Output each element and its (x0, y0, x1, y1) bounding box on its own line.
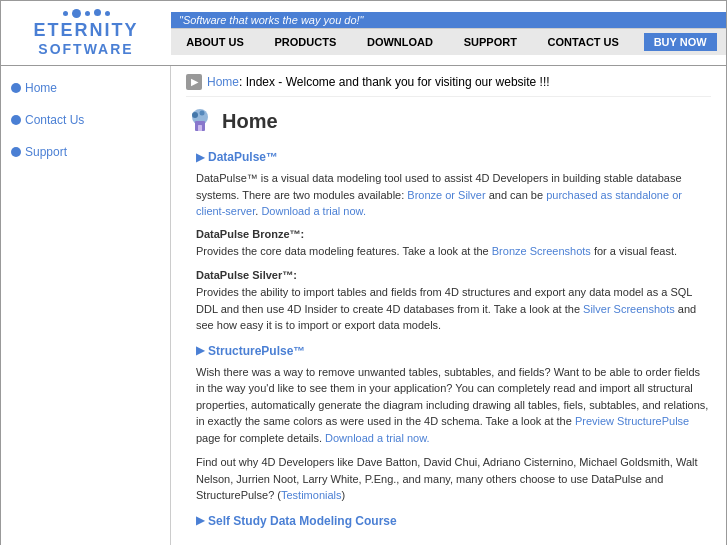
svg-point-1 (192, 112, 198, 118)
nav-contact-us[interactable]: CONTACT US (542, 34, 625, 50)
nav-about-us[interactable]: ABOUT US (180, 34, 249, 50)
datapulse-silver-section: DataPulse Silver™: Provides the ability … (196, 269, 711, 334)
breadcrumb-home-link[interactable]: Home (207, 75, 239, 89)
testimonials-link[interactable]: Testimonials (281, 489, 342, 501)
datapulse-bronze-body: Provides the core data modeling features… (196, 243, 711, 260)
nav-bar: ABOUT US PRODUCTS DOWNLOAD SUPPORT CONTA… (171, 28, 726, 55)
page-header: Home (186, 107, 711, 135)
silver-screenshots-link[interactable]: Silver Screenshots (583, 303, 675, 315)
datapulse-silver-body: Provides the ability to import tables an… (196, 284, 711, 334)
content-area: ▶ Home: Index - Welcome and thank you fo… (171, 66, 726, 545)
dot (94, 9, 101, 16)
nav-buy-now[interactable]: BUY NOW (644, 33, 717, 51)
preview-structurepulse-link[interactable]: Preview StructurePulse (575, 415, 689, 427)
self-study-section: ▶ Self Study Data Modeling Course (196, 514, 711, 528)
bullet-icon (11, 147, 21, 157)
arrow-icon: ▶ (196, 344, 204, 357)
dot (63, 11, 68, 16)
breadcrumb: ▶ Home: Index - Welcome and thank you fo… (186, 74, 711, 97)
datapulse-body: DataPulse™ is a visual data modeling too… (196, 170, 711, 220)
arrow-icon: ▶ (196, 514, 204, 527)
structurepulse-section: ▶ StructurePulse™ Wish there was a way t… (196, 344, 711, 504)
sidebar: Home Contact Us Support (1, 66, 171, 545)
nav-area: "Software that works the way you do!" AB… (171, 12, 726, 55)
dot (85, 11, 90, 16)
page-title: Home (222, 110, 278, 133)
bronze-silver-link[interactable]: Bronze or Silver (407, 189, 485, 201)
datapulse-silver-title: DataPulse Silver™: (196, 269, 711, 281)
structurepulse-title: ▶ StructurePulse™ (196, 344, 711, 358)
datapulse-bronze-title: DataPulse Bronze™: (196, 228, 711, 240)
sidebar-contact-label: Contact Us (25, 113, 84, 127)
nav-download[interactable]: DOWNLOAD (361, 34, 439, 50)
bullet-icon (11, 83, 21, 93)
main-layout: Home Contact Us Support ▶ Home: Index - … (0, 66, 727, 545)
sidebar-support-label: Support (25, 145, 67, 159)
arrow-icon: ▶ (196, 151, 204, 164)
nav-support[interactable]: SUPPORT (458, 34, 523, 50)
sidebar-item-home[interactable]: Home (11, 81, 160, 95)
breadcrumb-icon: ▶ (186, 74, 202, 90)
download-trial-link-2[interactable]: Download a trial now. (325, 432, 430, 444)
sidebar-item-contact[interactable]: Contact Us (11, 113, 160, 127)
bullet-icon (11, 115, 21, 125)
sidebar-item-support[interactable]: Support (11, 145, 160, 159)
logo-dots (63, 9, 110, 18)
dot (105, 11, 110, 16)
logo-title: ETERNITY (33, 20, 138, 41)
logo-subtitle: SOFTWARE (38, 41, 133, 57)
logo-area: ETERNITY SOFTWARE (1, 1, 171, 65)
download-trial-link-1[interactable]: Download a trial now. (261, 205, 366, 217)
dot (72, 9, 81, 18)
svg-point-2 (200, 111, 205, 116)
breadcrumb-text: Home: Index - Welcome and thank you for … (207, 75, 550, 89)
svg-rect-4 (198, 125, 202, 131)
bronze-screenshots-link[interactable]: Bronze Screenshots (492, 245, 591, 257)
datapulse-bronze-section: DataPulse Bronze™: Provides the core dat… (196, 228, 711, 260)
datapulse-title: ▶ DataPulse™ (196, 150, 711, 164)
sidebar-home-label: Home (25, 81, 57, 95)
nav-products[interactable]: PRODUCTS (269, 34, 343, 50)
home-icon (186, 107, 214, 135)
structurepulse-testimonials: Find out why 4D Developers like Dave Bat… (196, 454, 711, 504)
self-study-title: ▶ Self Study Data Modeling Course (196, 514, 711, 528)
tagline: "Software that works the way you do!" (171, 12, 726, 28)
structurepulse-body: Wish there was a way to remove unwanted … (196, 364, 711, 447)
header: ETERNITY SOFTWARE "Software that works t… (0, 0, 727, 66)
content-inner: ▶ DataPulse™ DataPulse™ is a visual data… (186, 150, 711, 528)
